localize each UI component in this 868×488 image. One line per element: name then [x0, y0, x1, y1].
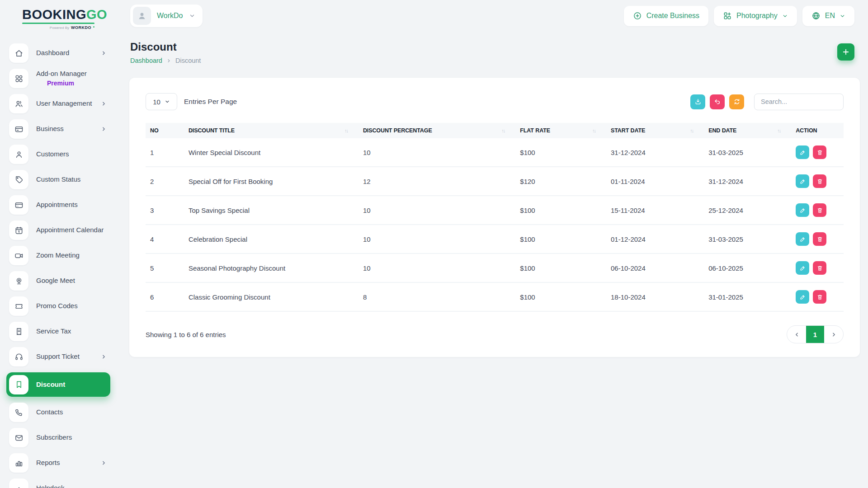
delete-button[interactable] [813, 261, 826, 275]
sidebar-item-business[interactable]: Business [6, 119, 110, 139]
sidebar-item-label: Service Tax [36, 327, 71, 336]
column-header-flat-rate[interactable]: FLAT RATE↑↓ [515, 123, 606, 138]
table-controls-right [690, 94, 844, 110]
language-label: EN [825, 12, 835, 20]
column-header-label: DISCOUNT PERCENTAGE [363, 127, 432, 134]
edit-button[interactable] [796, 203, 809, 217]
add-discount-button[interactable] [837, 43, 854, 61]
sidebar-item-user-management[interactable]: User Management [6, 94, 110, 113]
column-header-start-date[interactable]: START DATE↑↓ [606, 123, 704, 138]
edit-button[interactable] [796, 232, 809, 246]
edit-button[interactable] [796, 174, 809, 188]
row-no: 3 [146, 196, 184, 225]
edit-button[interactable] [796, 145, 809, 159]
chevron-down-icon [782, 13, 788, 19]
page-header-left: Discount Dashboard Discount [130, 41, 201, 64]
pencil-icon [799, 149, 806, 156]
delete-button[interactable] [813, 174, 826, 188]
entries-summary: Showing 1 to 6 of 6 entries [146, 331, 226, 338]
sidebar-nav: DashboardAdd-on ManagerPremiumUser Manag… [0, 43, 117, 488]
column-header-discount-title[interactable]: DISCOUNT TITLE↑↓ [184, 123, 359, 138]
column-header-label: FLAT RATE [520, 127, 550, 134]
column-header-end-date[interactable]: END DATE↑↓ [704, 123, 791, 138]
sidebar-item-custom-status[interactable]: Custom Status [6, 170, 110, 189]
export-button[interactable] [690, 94, 705, 109]
bookmark-icon [9, 375, 28, 394]
row-start-date: 06-10-2024 [606, 253, 704, 282]
powered-by-name: WorkDo [71, 25, 91, 30]
row-no: 5 [146, 253, 184, 282]
pencil-icon [799, 207, 806, 214]
reset-button[interactable] [710, 94, 725, 109]
breadcrumb-separator-icon [166, 58, 171, 63]
sidebar-item-customers[interactable]: Customers [6, 145, 110, 164]
entries-per-page-value: 10 [153, 98, 160, 106]
sidebar-item-zoom-meeting[interactable]: Zoom Meeting [6, 246, 110, 265]
trash-icon [816, 236, 823, 243]
breadcrumb-dashboard-link[interactable]: Dashboard [130, 57, 162, 64]
chevron-right-icon [101, 50, 107, 56]
previous-page-button[interactable] [787, 325, 806, 343]
sidebar-item-google-meet[interactable]: Google Meet [6, 271, 110, 291]
delete-button[interactable] [813, 145, 826, 159]
edit-button[interactable] [796, 290, 809, 304]
sidebar-item-appointment-calendar[interactable]: Appointment Calendar [6, 221, 110, 240]
row-start-date: 31-12-2024 [606, 138, 704, 167]
business-selector-label: Photography [736, 12, 778, 20]
workspace-selector[interactable]: WorkDo [130, 5, 203, 27]
powered-by-prefix: Powered By [50, 26, 69, 30]
sidebar-item-label: Custom Status [36, 175, 80, 184]
sidebar-item-subscribers[interactable]: Subscribers [6, 428, 110, 447]
sidebar-item-appointments[interactable]: Appointments [6, 195, 110, 215]
roof-icon [9, 479, 28, 488]
sidebar-item-label: Reports [36, 459, 60, 467]
row-title: Classic Grooming Discount [184, 282, 359, 311]
plus-icon [842, 48, 850, 56]
sidebar-item-service-tax[interactable]: Service Tax [6, 322, 110, 341]
sidebar-item-discount[interactable]: Discount [6, 372, 110, 397]
sidebar-item-addon-manager[interactable]: Add-on ManagerPremium [6, 69, 110, 88]
delete-button[interactable] [813, 203, 826, 217]
topbar-actions: Create Business Photography EN [624, 6, 854, 26]
business-selector[interactable]: Photography [714, 6, 797, 26]
create-business-label: Create Business [646, 12, 699, 20]
create-business-button[interactable]: Create Business [624, 6, 708, 26]
row-title: Special Off for First Booking [184, 167, 359, 196]
row-end-date: 31-01-2025 [704, 282, 791, 311]
next-page-button[interactable] [824, 325, 843, 343]
download-icon [694, 98, 702, 105]
app-logo[interactable]: BOOKINGGO Powered By WorkDo [0, 7, 95, 30]
sidebar-item-label: Helpdesk [36, 484, 65, 488]
search-input[interactable] [754, 94, 844, 110]
sidebar-item-support-ticket[interactable]: Support Ticket [6, 347, 110, 366]
table-body: 1Winter Special Discount10$10031-12-2024… [146, 138, 844, 311]
sidebar-item-helpdesk[interactable]: Helpdesk [6, 479, 110, 488]
delete-button[interactable] [813, 290, 826, 304]
sidebar-item-contacts[interactable]: Contacts [6, 403, 110, 422]
grid-plus-icon [723, 11, 732, 20]
sort-icon: ↑↓ [501, 128, 511, 133]
sidebar-item-dashboard[interactable]: Dashboard [6, 43, 110, 63]
table-row: 6Classic Grooming Discount8$10018-10-202… [146, 282, 844, 311]
sidebar-item-promo-codes[interactable]: Promo Codes [6, 296, 110, 316]
sidebar-item-label: Business [36, 125, 64, 133]
entries-per-page-select[interactable]: 10 [146, 93, 177, 110]
row-end-date: 31-03-2025 [704, 138, 791, 167]
column-header-label: DISCOUNT TITLE [189, 127, 235, 134]
discount-table: NODISCOUNT TITLE↑↓DISCOUNT PERCENTAGE↑↓F… [146, 123, 844, 312]
delete-button[interactable] [813, 232, 826, 246]
language-selector[interactable]: EN [802, 6, 854, 26]
sort-icon: ↑↓ [344, 128, 354, 133]
current-page-button[interactable]: 1 [806, 325, 824, 343]
sidebar-item-reports[interactable]: Reports [6, 453, 110, 473]
column-header-label: START DATE [611, 127, 645, 134]
column-header-discount-percentage[interactable]: DISCOUNT PERCENTAGE↑↓ [359, 123, 515, 138]
topbar: WorkDo Create Business Photography EN [117, 0, 868, 27]
sidebar-item-label: Zoom Meeting [36, 251, 80, 260]
refresh-button[interactable] [729, 94, 744, 109]
chevron-right-icon [101, 460, 107, 466]
row-no: 2 [146, 167, 184, 196]
edit-button[interactable] [796, 261, 809, 275]
row-flat-rate: $120 [515, 167, 606, 196]
row-start-date: 15-11-2024 [606, 196, 704, 225]
